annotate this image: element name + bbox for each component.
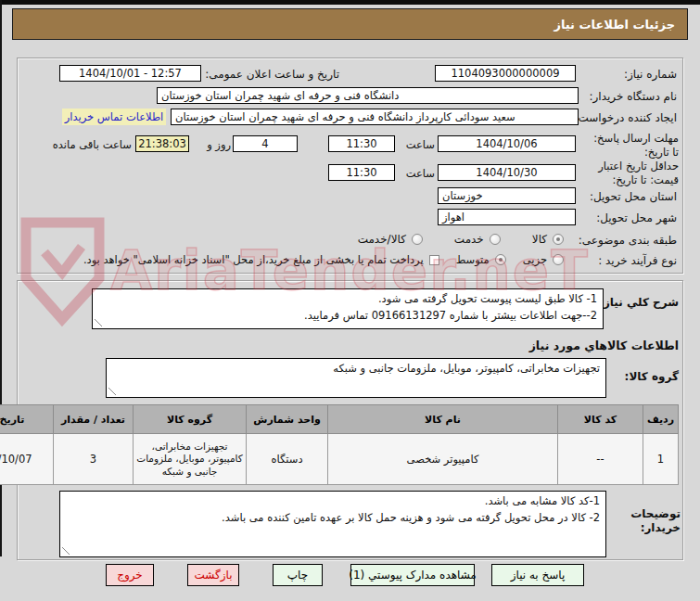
treasury-payment-checkbox[interactable]: پرداخت تمام یا بخشی از مبلغ خرید،از محل … [83, 253, 439, 266]
need-number-label: شماره نیاز: [624, 68, 677, 81]
request-creator-label: ایجاد کننده درخواست: [574, 111, 677, 124]
resize-handle-icon[interactable] [95, 319, 102, 326]
resize-handle-icon[interactable] [108, 388, 116, 395]
remaining-time-field: 21:38:03 [135, 135, 189, 152]
classification-option-goods-service[interactable]: کالا/خدمت [358, 233, 423, 246]
radio-label: کالا/خدمت [358, 233, 406, 246]
col-quantity: تعداد / مقدار [54, 405, 134, 434]
radio-icon [490, 234, 501, 245]
need-description-label: شرح کلي نیاز: [599, 296, 679, 309]
item-group-label: گروه کالا: [625, 370, 679, 383]
buyer-org-field[interactable]: دانشگاه فنی و حرفه ای شهید چمران استان خ… [157, 87, 579, 104]
buyer-notes-line2: 2- کالا در محل تحویل گرفته می شود و هزین… [66, 510, 600, 527]
delivery-city-field[interactable]: اهواز [438, 209, 576, 225]
page-title-bar: جزئیات اطلاعات نیاز [12, 8, 688, 40]
classification-option-goods[interactable]: کالا [532, 233, 564, 246]
radio-label: متوسط [456, 253, 490, 266]
request-creator-field[interactable]: سعید سودائی کارپرداز دانشگاه فنی و حرفه … [171, 109, 579, 125]
radio-label: جزیی [523, 253, 547, 266]
remaining-days-field[interactable]: 4 [233, 135, 298, 152]
buyer-contact-link[interactable]: اطلاعات تماس خریدار [62, 109, 166, 125]
delivery-city-label: شهر محل تحویل: [596, 211, 677, 224]
item-group-value: تجهیزات مخابراتی، کامپیوتر، موبایل، ملزو… [112, 361, 600, 377]
radio-label: خدمت [454, 233, 484, 246]
action-button-row: پاسخ به نیاز مشاهده مدارک پیوستي (1) چاپ… [106, 564, 584, 586]
price-validity-time-field[interactable]: 11:30 [328, 164, 395, 181]
view-attachments-button[interactable]: مشاهده مدارک پیوستي (1) [350, 564, 475, 586]
page-title: جزئیات اطلاعات نیاز [554, 18, 675, 32]
col-item-group: گروه کالا [134, 405, 247, 434]
buyer-notes-line1: 1-کد کالا مشابه می باشد. [66, 493, 600, 510]
need-description-line2: 2--جهت اطلاعات بیشتر با شماره 0916613129… [98, 308, 597, 325]
items-groupbox: شرح کلي نیاز: 1- کالا طبق لیست پیوست تحو… [17, 280, 683, 560]
classification-radio-group: کالا خدمت کالا/خدمت [358, 233, 564, 246]
cell-need-date: 1404/10/07 [0, 434, 54, 485]
process-option-medium[interactable]: متوسط [456, 253, 506, 266]
validity-hour-label: ساعت [406, 167, 435, 180]
radio-icon [495, 254, 506, 265]
items-table: ردیف کد کالا نام کالا واحد شمارش گروه کا… [0, 404, 679, 485]
price-validity-label: حداقل تاریخ اعتبار قیمت: تا تاریخ: [581, 160, 679, 186]
col-item-code: کد کالا [558, 405, 643, 434]
table-row[interactable]: 1 -- کامپیوتر شخصی دستگاه تجهیزات مخابرا… [0, 434, 679, 485]
items-section-header: اطلاعات کالاهاي مورد نیاز [529, 339, 679, 352]
item-group-textarea[interactable]: تجهیزات مخابراتی، کامپیوتر، موبایل، ملزو… [106, 358, 606, 398]
announce-datetime-label: تاریخ و ساعت اعلان عمومی: [205, 68, 339, 81]
respond-to-need-button[interactable]: پاسخ به نیاز [491, 564, 584, 586]
need-info-groupbox: شماره نیاز: 1104093000000009 تاریخ و ساع… [17, 58, 683, 274]
col-need-date: تاریخ نیاز [0, 405, 54, 434]
buyer-notes-textarea[interactable]: 1-کد کالا مشابه می باشد. 2- کالا در محل … [59, 491, 606, 557]
radio-icon [553, 254, 564, 265]
cell-item-name: کامپیوتر شخصی [328, 434, 558, 485]
checkbox-icon [429, 255, 439, 265]
col-count-unit: واحد شمارش [247, 405, 328, 434]
items-table-header-row: ردیف کد کالا نام کالا واحد شمارش گروه کا… [0, 405, 679, 434]
resize-handle-icon[interactable] [62, 547, 70, 555]
treasury-payment-label: پرداخت تمام یا بخشی از مبلغ خرید،از محل … [83, 253, 424, 266]
process-type-radio-group: جزیی متوسط پرداخت تمام یا بخشی از مبلغ خ… [83, 253, 564, 266]
cell-item-group: تجهیزات مخابراتی، کامپیوتر، موبایل، ملزو… [134, 434, 247, 485]
need-number-field[interactable]: 1104093000000009 [435, 65, 576, 82]
cell-quantity: 3 [54, 434, 134, 485]
response-deadline-date-field[interactable]: 1404/10/06 [438, 135, 576, 152]
need-description-textarea[interactable]: 1- کالا طبق لیست پیوست تحویل گرفته می شو… [92, 288, 604, 329]
announce-datetime-field[interactable]: 1404/10/01 - 12:57 [59, 65, 201, 82]
delivery-province-label: استان محل تحویل: [590, 190, 677, 203]
deadline-hour-label: ساعت [406, 138, 435, 151]
buyer-notes-label: توضیحات خریدار: [623, 507, 681, 536]
col-row-number: ردیف [643, 405, 679, 434]
radio-icon [553, 234, 564, 245]
response-deadline-time-field[interactable]: 11:30 [328, 135, 395, 152]
exit-button[interactable]: خروج [106, 564, 154, 586]
print-button[interactable]: چاپ [273, 564, 323, 586]
remaining-suffix-label: ساعت باقی مانده [53, 138, 132, 151]
classification-option-service[interactable]: خدمت [454, 233, 501, 246]
radio-label: کالا [532, 233, 547, 246]
remaining-days-label: روز و [207, 138, 231, 151]
need-description-line1: 1- کالا طبق لیست پیوست تحویل گرفته می شو… [98, 291, 597, 308]
delivery-province-field[interactable]: خوزستان [438, 187, 576, 204]
col-item-name: نام کالا [328, 405, 558, 434]
back-button[interactable]: بازگشت [187, 564, 239, 586]
response-deadline-label: مهلت ارسال پاسخ: تا تاریخ: [584, 132, 679, 159]
radio-icon [412, 234, 423, 245]
process-option-minor[interactable]: جزیی [523, 253, 564, 266]
cell-row-number: 1 [643, 434, 679, 485]
need-details-window: جزئیات اطلاعات نیاز شماره نیاز: 11040930… [0, 0, 700, 601]
process-type-label: نوع فرآیند خرید : [598, 254, 677, 267]
price-validity-date-field[interactable]: 1404/10/30 [438, 164, 576, 181]
classification-label: طبقه بندی موضوعی: [579, 234, 677, 247]
window-top-border [0, 0, 700, 5]
cell-count-unit: دستگاه [247, 434, 328, 485]
cell-item-code: -- [558, 434, 643, 485]
buyer-org-label: نام دستگاه خریدار: [590, 90, 678, 103]
